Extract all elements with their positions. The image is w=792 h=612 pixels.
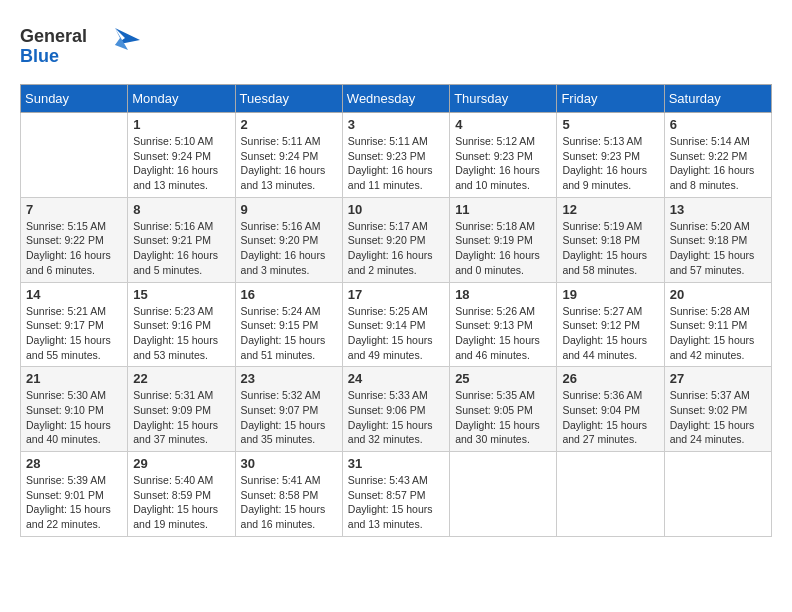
weekday-header: Tuesday <box>235 85 342 113</box>
calendar-cell: 21Sunrise: 5:30 AM Sunset: 9:10 PM Dayli… <box>21 367 128 452</box>
calendar-cell: 25Sunrise: 5:35 AM Sunset: 9:05 PM Dayli… <box>450 367 557 452</box>
logo: General Blue <box>20 20 140 74</box>
day-info: Sunrise: 5:21 AM Sunset: 9:17 PM Dayligh… <box>26 304 122 363</box>
page-header: General Blue <box>20 20 772 74</box>
day-info: Sunrise: 5:27 AM Sunset: 9:12 PM Dayligh… <box>562 304 658 363</box>
calendar-cell: 27Sunrise: 5:37 AM Sunset: 9:02 PM Dayli… <box>664 367 771 452</box>
calendar-cell: 9Sunrise: 5:16 AM Sunset: 9:20 PM Daylig… <box>235 197 342 282</box>
day-number: 13 <box>670 202 766 217</box>
day-info: Sunrise: 5:30 AM Sunset: 9:10 PM Dayligh… <box>26 388 122 447</box>
day-number: 10 <box>348 202 444 217</box>
day-info: Sunrise: 5:16 AM Sunset: 9:20 PM Dayligh… <box>241 219 337 278</box>
weekday-header: Monday <box>128 85 235 113</box>
calendar-cell: 22Sunrise: 5:31 AM Sunset: 9:09 PM Dayli… <box>128 367 235 452</box>
calendar-week-row: 7Sunrise: 5:15 AM Sunset: 9:22 PM Daylig… <box>21 197 772 282</box>
day-number: 17 <box>348 287 444 302</box>
day-number: 11 <box>455 202 551 217</box>
calendar-cell: 14Sunrise: 5:21 AM Sunset: 9:17 PM Dayli… <box>21 282 128 367</box>
weekday-header: Sunday <box>21 85 128 113</box>
day-number: 14 <box>26 287 122 302</box>
calendar-cell: 17Sunrise: 5:25 AM Sunset: 9:14 PM Dayli… <box>342 282 449 367</box>
calendar-cell: 13Sunrise: 5:20 AM Sunset: 9:18 PM Dayli… <box>664 197 771 282</box>
day-info: Sunrise: 5:23 AM Sunset: 9:16 PM Dayligh… <box>133 304 229 363</box>
calendar-week-row: 21Sunrise: 5:30 AM Sunset: 9:10 PM Dayli… <box>21 367 772 452</box>
logo-text: General Blue <box>20 20 140 74</box>
day-number: 12 <box>562 202 658 217</box>
day-number: 15 <box>133 287 229 302</box>
day-number: 6 <box>670 117 766 132</box>
day-info: Sunrise: 5:26 AM Sunset: 9:13 PM Dayligh… <box>455 304 551 363</box>
day-info: Sunrise: 5:28 AM Sunset: 9:11 PM Dayligh… <box>670 304 766 363</box>
day-number: 24 <box>348 371 444 386</box>
calendar-cell: 26Sunrise: 5:36 AM Sunset: 9:04 PM Dayli… <box>557 367 664 452</box>
calendar-body: 1Sunrise: 5:10 AM Sunset: 9:24 PM Daylig… <box>21 113 772 537</box>
day-info: Sunrise: 5:24 AM Sunset: 9:15 PM Dayligh… <box>241 304 337 363</box>
day-info: Sunrise: 5:40 AM Sunset: 8:59 PM Dayligh… <box>133 473 229 532</box>
svg-text:General: General <box>20 26 87 46</box>
day-number: 25 <box>455 371 551 386</box>
calendar-cell: 29Sunrise: 5:40 AM Sunset: 8:59 PM Dayli… <box>128 452 235 537</box>
day-info: Sunrise: 5:10 AM Sunset: 9:24 PM Dayligh… <box>133 134 229 193</box>
day-info: Sunrise: 5:18 AM Sunset: 9:19 PM Dayligh… <box>455 219 551 278</box>
day-number: 4 <box>455 117 551 132</box>
day-info: Sunrise: 5:14 AM Sunset: 9:22 PM Dayligh… <box>670 134 766 193</box>
day-number: 8 <box>133 202 229 217</box>
day-number: 27 <box>670 371 766 386</box>
calendar-cell: 28Sunrise: 5:39 AM Sunset: 9:01 PM Dayli… <box>21 452 128 537</box>
day-info: Sunrise: 5:37 AM Sunset: 9:02 PM Dayligh… <box>670 388 766 447</box>
day-info: Sunrise: 5:41 AM Sunset: 8:58 PM Dayligh… <box>241 473 337 532</box>
day-info: Sunrise: 5:32 AM Sunset: 9:07 PM Dayligh… <box>241 388 337 447</box>
day-info: Sunrise: 5:25 AM Sunset: 9:14 PM Dayligh… <box>348 304 444 363</box>
calendar-table: SundayMondayTuesdayWednesdayThursdayFrid… <box>20 84 772 537</box>
day-number: 26 <box>562 371 658 386</box>
calendar-cell: 15Sunrise: 5:23 AM Sunset: 9:16 PM Dayli… <box>128 282 235 367</box>
day-number: 29 <box>133 456 229 471</box>
day-info: Sunrise: 5:17 AM Sunset: 9:20 PM Dayligh… <box>348 219 444 278</box>
day-number: 31 <box>348 456 444 471</box>
day-info: Sunrise: 5:43 AM Sunset: 8:57 PM Dayligh… <box>348 473 444 532</box>
day-info: Sunrise: 5:11 AM Sunset: 9:23 PM Dayligh… <box>348 134 444 193</box>
calendar-cell <box>664 452 771 537</box>
calendar-cell: 23Sunrise: 5:32 AM Sunset: 9:07 PM Dayli… <box>235 367 342 452</box>
weekday-header: Thursday <box>450 85 557 113</box>
calendar-cell: 2Sunrise: 5:11 AM Sunset: 9:24 PM Daylig… <box>235 113 342 198</box>
day-number: 22 <box>133 371 229 386</box>
day-number: 21 <box>26 371 122 386</box>
calendar-cell: 6Sunrise: 5:14 AM Sunset: 9:22 PM Daylig… <box>664 113 771 198</box>
day-info: Sunrise: 5:31 AM Sunset: 9:09 PM Dayligh… <box>133 388 229 447</box>
calendar-week-row: 1Sunrise: 5:10 AM Sunset: 9:24 PM Daylig… <box>21 113 772 198</box>
calendar-cell: 18Sunrise: 5:26 AM Sunset: 9:13 PM Dayli… <box>450 282 557 367</box>
calendar-cell <box>557 452 664 537</box>
weekday-row: SundayMondayTuesdayWednesdayThursdayFrid… <box>21 85 772 113</box>
calendar-cell: 31Sunrise: 5:43 AM Sunset: 8:57 PM Dayli… <box>342 452 449 537</box>
day-number: 20 <box>670 287 766 302</box>
calendar-cell: 19Sunrise: 5:27 AM Sunset: 9:12 PM Dayli… <box>557 282 664 367</box>
day-number: 19 <box>562 287 658 302</box>
day-number: 28 <box>26 456 122 471</box>
calendar-cell: 7Sunrise: 5:15 AM Sunset: 9:22 PM Daylig… <box>21 197 128 282</box>
calendar-cell: 1Sunrise: 5:10 AM Sunset: 9:24 PM Daylig… <box>128 113 235 198</box>
weekday-header: Saturday <box>664 85 771 113</box>
calendar-cell: 24Sunrise: 5:33 AM Sunset: 9:06 PM Dayli… <box>342 367 449 452</box>
day-info: Sunrise: 5:20 AM Sunset: 9:18 PM Dayligh… <box>670 219 766 278</box>
day-number: 5 <box>562 117 658 132</box>
calendar-cell: 8Sunrise: 5:16 AM Sunset: 9:21 PM Daylig… <box>128 197 235 282</box>
calendar-week-row: 28Sunrise: 5:39 AM Sunset: 9:01 PM Dayli… <box>21 452 772 537</box>
day-number: 2 <box>241 117 337 132</box>
calendar-cell: 12Sunrise: 5:19 AM Sunset: 9:18 PM Dayli… <box>557 197 664 282</box>
calendar-cell: 20Sunrise: 5:28 AM Sunset: 9:11 PM Dayli… <box>664 282 771 367</box>
day-info: Sunrise: 5:39 AM Sunset: 9:01 PM Dayligh… <box>26 473 122 532</box>
day-info: Sunrise: 5:16 AM Sunset: 9:21 PM Dayligh… <box>133 219 229 278</box>
day-info: Sunrise: 5:19 AM Sunset: 9:18 PM Dayligh… <box>562 219 658 278</box>
svg-text:Blue: Blue <box>20 46 59 66</box>
weekday-header: Wednesday <box>342 85 449 113</box>
day-number: 3 <box>348 117 444 132</box>
calendar-cell <box>450 452 557 537</box>
day-number: 7 <box>26 202 122 217</box>
calendar-cell <box>21 113 128 198</box>
calendar-cell: 11Sunrise: 5:18 AM Sunset: 9:19 PM Dayli… <box>450 197 557 282</box>
day-number: 9 <box>241 202 337 217</box>
weekday-header: Friday <box>557 85 664 113</box>
calendar-cell: 3Sunrise: 5:11 AM Sunset: 9:23 PM Daylig… <box>342 113 449 198</box>
calendar-header: SundayMondayTuesdayWednesdayThursdayFrid… <box>21 85 772 113</box>
